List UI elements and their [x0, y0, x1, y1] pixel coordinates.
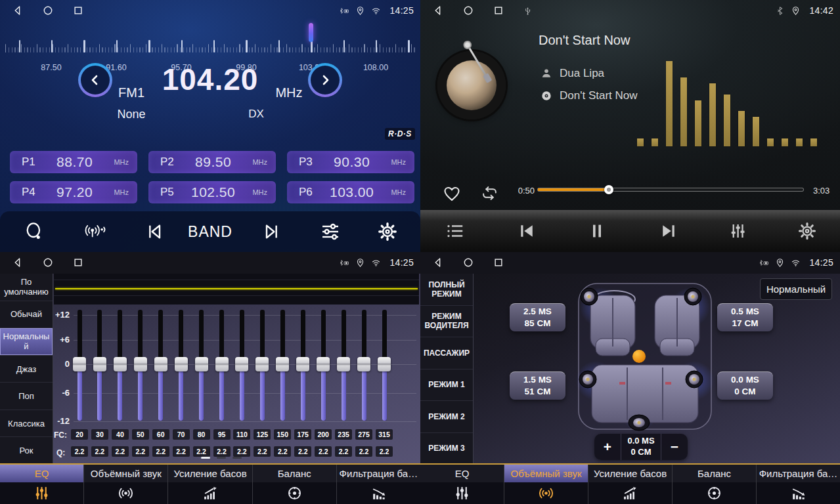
favorite-button[interactable] [443, 184, 461, 203]
eq-slider-thumb[interactable] [93, 357, 106, 371]
fc-value-box[interactable]: 20 [71, 429, 88, 440]
eq-slider-thumb[interactable] [378, 357, 391, 371]
seek-up-button[interactable] [308, 63, 342, 97]
back-icon[interactable] [12, 5, 24, 16]
scan-button[interactable] [24, 211, 45, 252]
eq-preset-item-3[interactable]: Нормальный [0, 328, 53, 356]
seek-bar-thumb[interactable] [604, 185, 613, 194]
tab-filter[interactable]: Фильтрация ба… [757, 465, 840, 504]
rear-right-delay-button[interactable]: 0.0 MS 0 CM [717, 371, 773, 400]
fc-value-box[interactable]: 200 [315, 429, 332, 440]
q-value-box[interactable]: 2.2 [213, 446, 231, 457]
fc-value-box[interactable]: 175 [294, 429, 311, 440]
recents-icon[interactable] [72, 257, 84, 268]
fc-value-box[interactable]: 125 [254, 429, 271, 440]
eq-slider-thumb[interactable] [296, 357, 309, 371]
eq-slider-thumb[interactable] [357, 357, 370, 371]
broadcast-button[interactable] [85, 211, 106, 252]
eq-preset-item-7[interactable]: Рок [0, 437, 53, 465]
q-value-box[interactable]: 2.2 [193, 446, 210, 457]
fc-value-box[interactable]: 60 [152, 429, 169, 440]
pause-button[interactable] [587, 210, 607, 252]
q-value-box[interactable]: 2.2 [274, 446, 291, 457]
preset-button-p2[interactable]: P289.50MHz [148, 151, 276, 173]
q-value-box[interactable]: 2.2 [71, 446, 88, 457]
q-value-box[interactable]: 2.2 [376, 446, 393, 457]
eq-slider-thumb[interactable] [235, 357, 248, 371]
q-value-box[interactable]: 2.2 [254, 446, 271, 457]
fc-value-box[interactable]: 110 [233, 429, 250, 440]
front-right-delay-button[interactable]: 0.5 MS 17 CM [717, 303, 773, 331]
preset-button-p4[interactable]: P497.20MHz [10, 181, 137, 203]
back-icon[interactable] [432, 257, 444, 268]
eq-preset-item-6[interactable]: Классика [0, 410, 53, 438]
rear-left-delay-button[interactable]: 1.5 MS 51 CM [510, 371, 565, 400]
tab-filter[interactable]: Фильтрация ба… [337, 465, 420, 504]
fc-value-box[interactable]: 235 [335, 429, 352, 440]
q-value-box[interactable]: 2.2 [335, 446, 352, 457]
repeat-button[interactable] [481, 185, 498, 202]
eq-slider-thumb[interactable] [114, 357, 127, 371]
seek-bar[interactable] [538, 188, 803, 191]
eq-slider-thumb[interactable] [134, 357, 147, 371]
eq-preset-item-4[interactable]: Джаз [0, 356, 53, 383]
next-station-button[interactable] [260, 211, 281, 252]
back-icon[interactable] [432, 5, 444, 16]
audio-settings-button[interactable] [320, 211, 341, 252]
eq-slider-thumb[interactable] [215, 357, 229, 371]
back-icon[interactable] [12, 257, 24, 268]
q-value-box[interactable]: 2.2 [112, 446, 129, 457]
tab-eq[interactable]: EQ [420, 465, 504, 504]
seek-down-button[interactable] [78, 63, 112, 97]
listening-mode-item-5[interactable]: РЕЖИМ 2 [420, 401, 473, 433]
decrease-delay-button[interactable]: − [661, 434, 688, 460]
next-button[interactable] [659, 210, 678, 252]
home-icon[interactable] [462, 5, 474, 16]
listener-position-ball[interactable] [632, 350, 646, 363]
recents-icon[interactable] [493, 5, 504, 16]
fc-value-box[interactable]: 150 [274, 429, 291, 440]
listening-mode-item-3[interactable]: ПАССАЖИР [420, 337, 473, 369]
page-indicator[interactable] [232, 457, 242, 459]
home-icon[interactable] [42, 5, 54, 16]
q-value-box[interactable]: 2.2 [355, 446, 372, 457]
page-indicator[interactable] [217, 457, 226, 459]
eq-slider-thumb[interactable] [255, 357, 269, 371]
preset-button-p3[interactable]: P390.30MHz [287, 151, 414, 173]
tab-surround[interactable]: Объёмный звук [84, 465, 168, 504]
eq-slider-thumb[interactable] [276, 357, 289, 371]
fc-value-box[interactable]: 80 [193, 429, 210, 440]
recents-icon[interactable] [493, 257, 504, 268]
band-button[interactable]: BAND [188, 211, 232, 252]
increase-delay-button[interactable]: + [594, 434, 621, 460]
eq-slider-thumb[interactable] [195, 357, 208, 371]
q-value-box[interactable]: 2.2 [173, 446, 190, 457]
fc-value-box[interactable]: 30 [91, 429, 108, 440]
listening-mode-item-2[interactable]: РЕЖИМ ВОДИТЕЛЯ [420, 306, 473, 338]
tab-bass[interactable]: Усиление басов [588, 465, 673, 504]
tab-balance[interactable]: Баланс [673, 465, 757, 504]
fc-value-box[interactable]: 40 [112, 429, 129, 440]
fc-value-box[interactable]: 70 [173, 429, 190, 440]
q-value-box[interactable]: 2.2 [132, 446, 149, 457]
q-value-box[interactable]: 2.2 [152, 446, 169, 457]
tab-eq[interactable]: EQ [0, 465, 84, 504]
eq-slider-thumb[interactable] [317, 357, 330, 371]
tab-balance[interactable]: Баланс [253, 465, 337, 504]
previous-button[interactable] [517, 210, 537, 252]
listening-mode-item-1[interactable]: ПОЛНЫЙ РЕЖИМ [420, 274, 473, 306]
fc-value-box[interactable]: 315 [376, 429, 393, 440]
eq-preset-item-1[interactable]: По умолчанию [0, 274, 53, 301]
sound-profile-button[interactable]: Нормальный [760, 278, 832, 300]
q-value-box[interactable]: 2.2 [294, 446, 311, 457]
home-icon[interactable] [462, 257, 474, 268]
prev-station-button[interactable] [145, 211, 166, 252]
eq-slider-thumb[interactable] [337, 357, 350, 371]
eq-preset-item-5[interactable]: Поп [0, 383, 53, 410]
front-left-delay-button[interactable]: 2.5 MS 85 CM [510, 303, 565, 331]
q-value-box[interactable]: 2.2 [315, 446, 332, 457]
fc-value-box[interactable]: 275 [355, 429, 372, 440]
listening-mode-item-6[interactable]: РЕЖИМ 3 [420, 433, 473, 465]
playlist-button[interactable] [445, 210, 465, 252]
eq-slider-thumb[interactable] [175, 357, 188, 371]
